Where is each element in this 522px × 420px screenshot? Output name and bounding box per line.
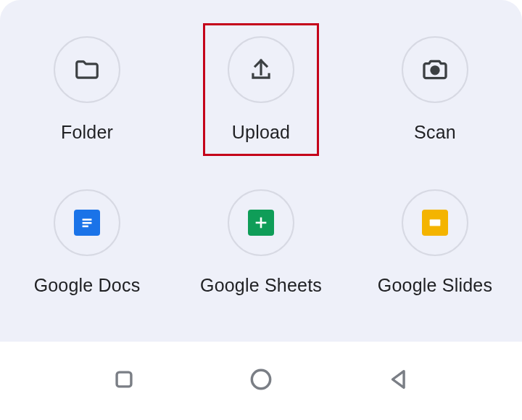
- svg-rect-3: [83, 226, 88, 228]
- docs-label: Google Docs: [34, 275, 141, 296]
- folder-label: Folder: [61, 122, 113, 143]
- folder-icon-circle: [54, 36, 120, 103]
- folder-action[interactable]: Folder: [0, 25, 174, 149]
- svg-rect-7: [117, 372, 131, 387]
- sheets-icon-circle: [228, 189, 294, 256]
- svg-point-0: [431, 67, 439, 74]
- create-new-sheet: Folder Upload: [0, 0, 522, 342]
- scan-label: Scan: [414, 122, 456, 143]
- slides-action[interactable]: Google Slides: [348, 178, 522, 302]
- sheets-action[interactable]: Google Sheets: [174, 178, 348, 302]
- svg-rect-1: [83, 219, 92, 221]
- camera-icon: [420, 55, 450, 84]
- sheets-label: Google Sheets: [200, 275, 322, 296]
- back-button[interactable]: [386, 367, 411, 395]
- android-nav-bar: [0, 342, 522, 420]
- recents-button[interactable]: [112, 367, 136, 395]
- svg-rect-2: [83, 222, 92, 224]
- docs-icon-circle: [54, 189, 120, 256]
- docs-action[interactable]: Google Docs: [0, 178, 174, 302]
- slides-icon: [422, 210, 448, 236]
- upload-action[interactable]: Upload: [174, 25, 348, 149]
- svg-point-8: [252, 370, 270, 388]
- action-grid: Folder Upload: [0, 25, 522, 302]
- upload-icon-circle: [228, 36, 294, 103]
- upload-icon: [247, 56, 275, 83]
- sheets-icon: [248, 210, 274, 236]
- slides-label: Google Slides: [378, 275, 492, 296]
- scan-icon-circle: [402, 36, 468, 103]
- scan-action[interactable]: Scan: [348, 25, 522, 149]
- svg-rect-5: [256, 222, 267, 224]
- folder-icon: [73, 56, 101, 83]
- upload-label: Upload: [232, 122, 290, 143]
- docs-icon: [74, 210, 100, 236]
- slides-icon-circle: [402, 189, 468, 256]
- home-button[interactable]: [247, 366, 275, 396]
- svg-rect-6: [430, 219, 441, 226]
